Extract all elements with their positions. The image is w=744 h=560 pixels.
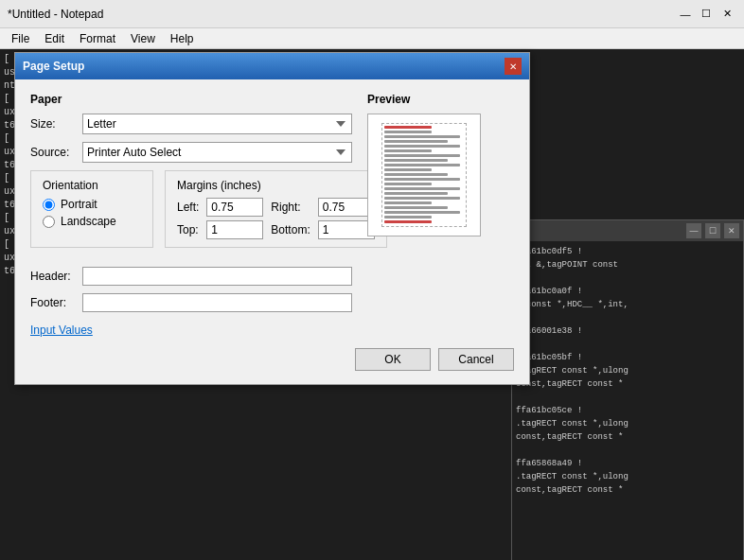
margins-grid: Left: Right: Top: Bottom: — [177, 198, 375, 239]
paper-source-row: Source: Printer Auto Select Manual Feed — [30, 142, 352, 163]
left-margin-label: Left: — [177, 201, 199, 214]
portrait-label: Portrait — [61, 198, 97, 211]
orientation-group: Orientation Portrait Landscape — [30, 170, 153, 248]
paper-section-label: Paper — [30, 93, 352, 106]
window-controls: — ☐ ✕ — [676, 5, 736, 24]
dialog-buttons: OK Cancel — [30, 348, 514, 371]
cancel-button[interactable]: Cancel — [438, 348, 514, 371]
dialog-body: Paper Size: Letter A4 Legal Source: Prin… — [15, 79, 529, 384]
margins-label: Margins (inches) — [177, 179, 375, 192]
portrait-radio[interactable] — [43, 199, 55, 211]
right-margin-input[interactable] — [318, 198, 375, 217]
minimize-button[interactable]: — — [676, 5, 695, 24]
ok-button[interactable]: OK — [355, 348, 431, 371]
footer-input[interactable] — [82, 293, 352, 312]
header-row: Header: — [30, 267, 352, 286]
page-setup-dialog: Page Setup ✕ Paper Size: Letter A4 Legal… — [14, 52, 530, 385]
bottom-margin-label: Bottom: — [271, 223, 310, 236]
dialog-columns: Paper Size: Letter A4 Legal Source: Prin… — [30, 93, 514, 337]
input-values-link[interactable]: Input Values — [30, 324, 93, 337]
header-input[interactable] — [82, 267, 352, 286]
menu-view[interactable]: View — [123, 30, 163, 47]
preview-box — [367, 114, 481, 236]
maximize-button[interactable]: ☐ — [697, 5, 716, 24]
menu-format[interactable]: Format — [72, 30, 123, 47]
inner-terminal-content: ffa61bc0df5 ! nst &,tagPOINT const ffa61… — [512, 241, 743, 560]
landscape-label: Landscape — [61, 215, 116, 228]
portrait-radio-row: Portrait — [43, 198, 141, 211]
paper-size-select[interactable]: Letter A4 Legal — [82, 114, 352, 134]
menu-help[interactable]: Help — [163, 30, 202, 47]
app-title: *Untitled - Notepad — [8, 8, 103, 21]
preview-label: Preview — [367, 93, 514, 106]
top-margin-label: Top: — [177, 223, 199, 236]
inner-maximize-button[interactable]: ☐ — [705, 223, 720, 238]
margins-group: Margins (inches) Left: Right: Top: Botto… — [165, 170, 387, 248]
landscape-radio[interactable] — [43, 216, 55, 228]
left-margin-input[interactable] — [206, 198, 263, 217]
menu-bar: File Edit Format View Help — [0, 28, 744, 49]
close-button[interactable]: ✕ — [717, 5, 736, 24]
inner-terminal-titlebar: — ☐ ✕ — [512, 220, 743, 241]
dialog-right-column: Preview — [367, 93, 514, 337]
dialog-title-bar: Page Setup ✕ — [15, 53, 529, 79]
paper-size-label: Size: — [30, 117, 82, 131]
inner-terminal-window: — ☐ ✕ ffa61bc0df5 ! nst &,tagPOINT const… — [511, 219, 744, 560]
header-label: Header: — [30, 270, 82, 283]
footer-label: Footer: — [30, 296, 82, 309]
bottom-margin-input[interactable] — [318, 220, 375, 239]
paper-size-row: Size: Letter A4 Legal — [30, 114, 352, 134]
orientation-label: Orientation — [43, 179, 141, 192]
paper-source-select[interactable]: Printer Auto Select Manual Feed — [82, 142, 352, 163]
inner-close-button[interactable]: ✕ — [724, 223, 739, 238]
menu-file[interactable]: File — [4, 30, 37, 47]
dialog-close-button[interactable]: ✕ — [505, 58, 522, 75]
right-margin-label: Right: — [271, 201, 310, 214]
menu-edit[interactable]: Edit — [37, 30, 72, 47]
title-bar: *Untitled - Notepad — ☐ ✕ — [0, 0, 744, 28]
top-margin-input[interactable] — [206, 220, 263, 239]
landscape-radio-row: Landscape — [43, 215, 141, 228]
preview-inner — [381, 123, 467, 227]
paper-source-label: Source: — [30, 146, 82, 159]
dialog-left-column: Paper Size: Letter A4 Legal Source: Prin… — [30, 93, 352, 337]
dialog-title: Page Setup — [23, 60, 84, 73]
footer-row: Footer: — [30, 293, 352, 312]
inner-minimize-button[interactable]: — — [686, 223, 701, 238]
preview-text — [382, 124, 466, 227]
